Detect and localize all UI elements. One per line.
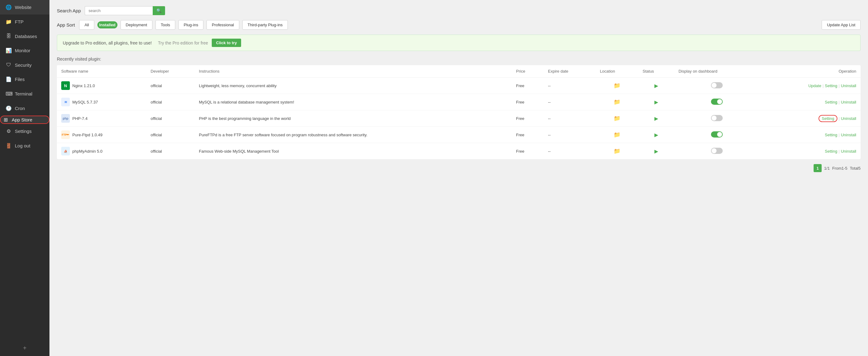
databases-icon: 🗄 bbox=[6, 33, 12, 39]
sidebar-item-settings[interactable]: ⚙ Settings bbox=[0, 124, 50, 138]
price-cell: Free bbox=[512, 110, 544, 127]
status-cell[interactable]: ▶ bbox=[638, 77, 674, 94]
developer-cell: official bbox=[146, 127, 194, 143]
sidebar-item-label: FTP bbox=[15, 19, 24, 24]
setting-link[interactable]: Setting bbox=[825, 100, 837, 104]
col-status: Status bbox=[638, 65, 674, 77]
folder-icon: 📁 bbox=[614, 132, 620, 138]
sort-plugins[interactable]: Plug-ins bbox=[178, 20, 204, 30]
status-cell[interactable]: ▶ bbox=[638, 143, 674, 159]
search-input[interactable] bbox=[85, 6, 153, 15]
sidebar-item-cron[interactable]: 🕐 Cron bbox=[0, 101, 50, 116]
dashboard-toggle[interactable] bbox=[711, 131, 723, 137]
uninstall-link[interactable]: Uninstall bbox=[841, 100, 856, 104]
cron-icon: 🕐 bbox=[6, 105, 12, 111]
play-icon[interactable]: ▶ bbox=[654, 149, 658, 154]
sort-thirdparty[interactable]: Third-party Plug-ins bbox=[242, 20, 288, 30]
setting-link[interactable]: Setting bbox=[818, 115, 837, 122]
sidebar-item-appstore[interactable]: ⊞ App Store bbox=[0, 116, 50, 124]
developer-cell: official bbox=[146, 143, 194, 159]
app-icon: ⛵ bbox=[61, 147, 70, 156]
col-expire: Expire date bbox=[544, 65, 596, 77]
dashboard-toggle[interactable] bbox=[711, 148, 723, 154]
sidebar-item-security[interactable]: 🛡 Security bbox=[0, 58, 50, 72]
uninstall-link[interactable]: Uninstall bbox=[841, 133, 856, 137]
page-current[interactable]: 1 bbox=[814, 164, 822, 172]
banner-click-to-try[interactable]: Click to try bbox=[212, 39, 241, 47]
software-name: Nginx 1.21.0 bbox=[72, 84, 95, 88]
location-cell[interactable]: 📁 bbox=[596, 94, 638, 110]
update-app-list-button[interactable]: Update App List bbox=[822, 20, 861, 30]
location-cell[interactable]: 📁 bbox=[596, 77, 638, 94]
table-row: php PHP-7.4 official PHP is the best pro… bbox=[57, 110, 861, 127]
play-icon[interactable]: ▶ bbox=[654, 83, 658, 88]
col-operation: Operation bbox=[759, 65, 861, 77]
sort-tools[interactable]: Tools bbox=[155, 20, 175, 30]
play-icon[interactable]: ▶ bbox=[654, 116, 658, 121]
uninstall-link[interactable]: Uninstall bbox=[841, 116, 856, 121]
play-icon[interactable]: ▶ bbox=[654, 132, 658, 137]
software-name-cell: ≋ MySQL 5.7.37 bbox=[57, 94, 146, 110]
app-icon: php bbox=[61, 114, 70, 123]
price-cell: Free bbox=[512, 94, 544, 110]
sort-label: App Sort bbox=[57, 22, 75, 28]
setting-link[interactable]: Setting bbox=[825, 149, 837, 154]
appstore-icon: ⊞ bbox=[2, 117, 9, 123]
setting-link[interactable]: Setting bbox=[825, 133, 837, 137]
op-links: Update|Setting|Uninstall bbox=[808, 84, 856, 88]
table-row: ⛵ phpMyAdmin 5.0 official Famous Web-sid… bbox=[57, 143, 861, 159]
search-button[interactable]: 🔍 bbox=[153, 6, 165, 15]
operation-cell: Setting|Uninstall bbox=[759, 127, 861, 143]
op-links: Setting|Uninstall bbox=[818, 116, 856, 121]
sort-professional[interactable]: Professional bbox=[207, 20, 239, 30]
dashboard-cell[interactable] bbox=[674, 94, 759, 110]
sidebar-item-monitor[interactable]: 📊 Monitor bbox=[0, 43, 50, 58]
sidebar-item-ftp[interactable]: 📁 FTP bbox=[0, 14, 50, 29]
expire-cell: -- bbox=[544, 77, 596, 94]
dashboard-toggle[interactable] bbox=[711, 99, 723, 105]
uninstall-link[interactable]: Uninstall bbox=[841, 84, 856, 88]
status-cell[interactable]: ▶ bbox=[638, 127, 674, 143]
dashboard-cell[interactable] bbox=[674, 77, 759, 94]
sidebar-item-label: Settings bbox=[15, 129, 32, 134]
play-icon[interactable]: ▶ bbox=[654, 99, 658, 105]
software-name-cell: php PHP-7.4 bbox=[57, 110, 146, 127]
sort-all[interactable]: All bbox=[79, 20, 94, 30]
dashboard-toggle[interactable] bbox=[711, 82, 723, 88]
developer-cell: official bbox=[146, 110, 194, 127]
status-cell[interactable]: ▶ bbox=[638, 94, 674, 110]
uninstall-link[interactable]: Uninstall bbox=[841, 149, 856, 154]
dashboard-cell[interactable] bbox=[674, 127, 759, 143]
add-button[interactable]: + bbox=[0, 340, 50, 356]
software-name: MySQL 5.7.37 bbox=[72, 100, 98, 104]
sidebar-item-terminal[interactable]: ⌨ Terminal bbox=[0, 87, 50, 101]
col-location: Location bbox=[596, 65, 638, 77]
sidebar-item-label: Files bbox=[15, 77, 25, 82]
dashboard-cell[interactable] bbox=[674, 110, 759, 127]
op-links: Setting|Uninstall bbox=[825, 100, 856, 104]
sidebar-item-website[interactable]: 🌐 Website bbox=[0, 0, 50, 14]
logout-icon: 🚪 bbox=[6, 143, 12, 149]
location-cell[interactable]: 📁 bbox=[596, 110, 638, 127]
status-cell[interactable]: ▶ bbox=[638, 110, 674, 127]
sort-deployment[interactable]: Deployment bbox=[121, 20, 152, 30]
price-cell: Free bbox=[512, 127, 544, 143]
app-icon: ≋ bbox=[61, 98, 70, 106]
pagination: 1 1/1 From1-5 Total5 bbox=[57, 164, 861, 172]
table-row: N Nginx 1.21.0 official Lightweight, les… bbox=[57, 77, 861, 94]
location-cell[interactable]: 📁 bbox=[596, 127, 638, 143]
dashboard-toggle[interactable] bbox=[711, 115, 723, 121]
col-instructions: Instructions bbox=[195, 65, 512, 77]
sidebar-item-databases[interactable]: 🗄 Databases bbox=[0, 29, 50, 43]
sort-installed[interactable]: Installed bbox=[97, 21, 118, 28]
dashboard-cell[interactable] bbox=[674, 143, 759, 159]
instructions-cell: MySQL is a relational database managemen… bbox=[195, 94, 512, 110]
main-content: Search App 🔍 App Sort All Installed Depl… bbox=[50, 0, 868, 356]
sidebar-item-logout[interactable]: 🚪 Log out bbox=[0, 138, 50, 153]
page-count: Total5 bbox=[850, 166, 861, 170]
monitor-icon: 📊 bbox=[6, 47, 12, 54]
sidebar-item-files[interactable]: 📄 Files bbox=[0, 72, 50, 87]
setting-link[interactable]: Setting bbox=[825, 84, 837, 88]
update-link[interactable]: Update bbox=[808, 84, 821, 88]
location-cell[interactable]: 📁 bbox=[596, 143, 638, 159]
